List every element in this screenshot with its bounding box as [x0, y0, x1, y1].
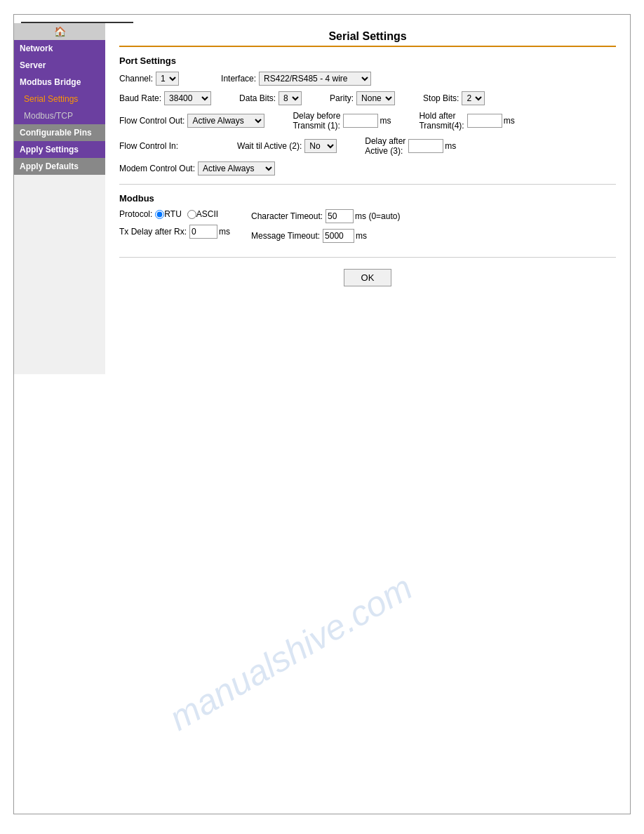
data-bits-select[interactable]: 7 8: [279, 91, 302, 105]
stop-bits-label: Stop Bits:: [423, 93, 459, 103]
protocol-ascii-radio[interactable]: [187, 210, 196, 219]
baud-data-parity-stop-row: Baud Rate: 9600 19200 38400 57600 115200…: [119, 91, 616, 105]
modbus-settings: Protocol: RTU ASCII Tx Delay after Rx:: [119, 209, 616, 249]
modem-control-out-select[interactable]: Active Always Disabled: [198, 161, 275, 176]
sidebar-item-serial-settings[interactable]: Serial Settings: [14, 91, 105, 107]
data-bits-group: Data Bits: 7 8: [239, 91, 302, 105]
flow-control-out-select[interactable]: Active Always Disabled RTS/CTS: [187, 114, 264, 128]
tx-delay-input[interactable]: [189, 225, 217, 239]
channel-select[interactable]: 1 2: [156, 72, 179, 86]
delay-after-active-label: Delay afterActive (3):: [365, 136, 405, 156]
data-bits-label: Data Bits:: [239, 93, 276, 103]
stop-bits-select[interactable]: 1 2: [462, 91, 485, 105]
main-content: Serial Settings Port Settings Channel: 1…: [105, 23, 630, 374]
hold-after-transmit-label: Hold afterTransmit(4):: [419, 111, 464, 131]
interface-group: Interface: RS422/RS485 - 4 wire RS232 RS…: [221, 72, 371, 86]
sidebar-item-modbus-tcp[interactable]: Modbus/TCP: [14, 107, 105, 124]
modem-control-out-group: Modem Control Out: Active Always Disable…: [119, 161, 275, 176]
sidebar-item-network[interactable]: Network: [14, 40, 105, 57]
baud-rate-select[interactable]: 9600 19200 38400 57600 115200: [164, 91, 211, 105]
modem-control-out-label: Modem Control Out:: [119, 164, 195, 173]
watermark: manualshive.com: [163, 567, 420, 739]
flow-control-out-row: Flow Control Out: Active Always Disabled…: [119, 111, 616, 131]
baud-rate-group: Baud Rate: 9600 19200 38400 57600 115200: [119, 91, 211, 105]
flow-control-in-row: Flow Control In: Wait til Active (2): No…: [119, 136, 616, 156]
sidebar-item-server[interactable]: Server: [14, 57, 105, 74]
sidebar-item-apply-defaults[interactable]: Apply Defaults: [14, 158, 105, 175]
flow-control-in-group: Flow Control In:: [119, 141, 181, 151]
delay-before-transmit-unit: ms: [380, 116, 391, 126]
home-button[interactable]: 🏠: [14, 23, 105, 40]
tx-delay-row: Tx Delay after Rx: ms: [119, 225, 230, 239]
hold-after-transmit-input[interactable]: [467, 114, 502, 128]
protocol-ascii-label[interactable]: ASCII: [187, 209, 218, 219]
page-title: Serial Settings: [119, 30, 616, 43]
interface-select[interactable]: RS422/RS485 - 4 wire RS232 RS485 - 2 wir…: [259, 72, 371, 86]
delay-after-active-input[interactable]: [408, 139, 443, 153]
channel-label: Channel:: [119, 74, 153, 84]
stop-bits-group: Stop Bits: 1 2: [423, 91, 485, 105]
message-timeout-label: Message Timeout:: [251, 231, 320, 241]
parity-label: Parity:: [330, 93, 354, 103]
wait-til-active-select[interactable]: No Yes: [304, 139, 337, 153]
home-icon: 🏠: [54, 26, 66, 37]
protocol-row: Protocol: RTU ASCII: [119, 209, 230, 219]
wait-til-active-group: Wait til Active (2): No Yes: [237, 139, 337, 153]
baud-rate-label: Baud Rate:: [119, 93, 161, 103]
parity-group: Parity: None Even Odd: [330, 91, 395, 105]
channel-group: Channel: 1 2: [119, 72, 179, 86]
hold-after-transmit-unit: ms: [504, 116, 515, 126]
sidebar-item-modbus-bridge[interactable]: Modbus Bridge: [14, 74, 105, 91]
message-timeout-input[interactable]: [323, 229, 354, 243]
sidebar-item-apply-settings[interactable]: Apply Settings: [14, 141, 105, 158]
flow-control-in-label: Flow Control In:: [119, 141, 178, 151]
hold-after-transmit-group: Hold afterTransmit(4): ms: [419, 111, 514, 131]
wait-til-active-label: Wait til Active (2):: [237, 141, 302, 151]
protocol-rtu-label[interactable]: RTU: [155, 209, 181, 219]
message-timeout-unit: ms: [356, 231, 367, 241]
char-timeout-label: Character Timeout:: [251, 211, 323, 221]
sidebar: 🏠 Network Server Modbus Bridge Serial Se…: [14, 23, 105, 374]
delay-before-transmit-label: Delay beforeTransmit (1):: [293, 111, 340, 131]
modbus-right-col: Character Timeout: ms (0=auto) Message T…: [251, 209, 400, 249]
delay-before-transmit-group: Delay beforeTransmit (1): ms: [293, 111, 391, 131]
flow-control-out-label: Flow Control Out:: [119, 116, 185, 126]
modem-control-out-row: Modem Control Out: Active Always Disable…: [119, 161, 616, 176]
char-timeout-input[interactable]: [326, 209, 354, 223]
delay-after-active-group: Delay afterActive (3): ms: [365, 136, 456, 156]
message-timeout-row: Message Timeout: ms: [251, 229, 400, 243]
delay-after-active-unit: ms: [445, 141, 456, 151]
delay-before-transmit-input[interactable]: [343, 114, 378, 128]
tx-delay-label: Tx Delay after Rx:: [119, 227, 187, 237]
char-timeout-row: Character Timeout: ms (0=auto): [251, 209, 400, 223]
sidebar-item-configurable-pins[interactable]: Configurable Pins: [14, 124, 105, 141]
char-timeout-unit: ms (0=auto): [355, 211, 400, 221]
protocol-rtu-radio[interactable]: [155, 210, 164, 219]
tx-delay-unit: ms: [219, 227, 230, 237]
ok-button[interactable]: OK: [344, 269, 392, 286]
modbus-left-col: Protocol: RTU ASCII Tx Delay after Rx:: [119, 209, 230, 249]
interface-label: Interface:: [221, 74, 256, 84]
parity-select[interactable]: None Even Odd: [356, 91, 395, 105]
modbus-section-title: Modbus: [119, 193, 616, 204]
protocol-label: Protocol:: [119, 209, 152, 219]
channel-interface-row: Channel: 1 2 Interface: RS422/RS485 - 4 …: [119, 72, 616, 86]
flow-control-out-group: Flow Control Out: Active Always Disabled…: [119, 114, 264, 128]
port-settings-title: Port Settings: [119, 55, 616, 66]
